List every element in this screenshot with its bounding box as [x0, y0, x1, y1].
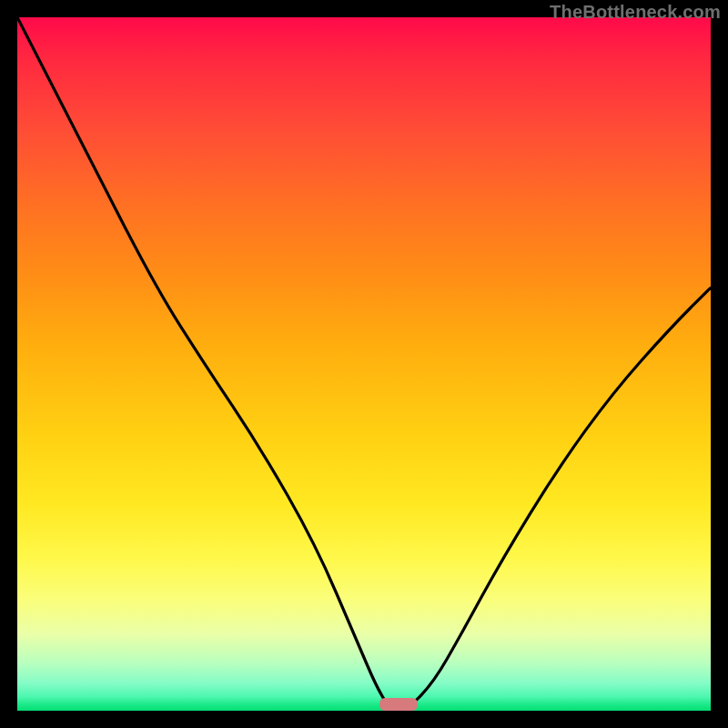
chart-frame: TheBottleneck.com	[0, 0, 728, 728]
plot-area	[17, 17, 711, 711]
bottleneck-curve	[17, 17, 711, 711]
watermark-text: TheBottleneck.com	[550, 2, 721, 23]
bottleneck-marker	[379, 698, 418, 711]
